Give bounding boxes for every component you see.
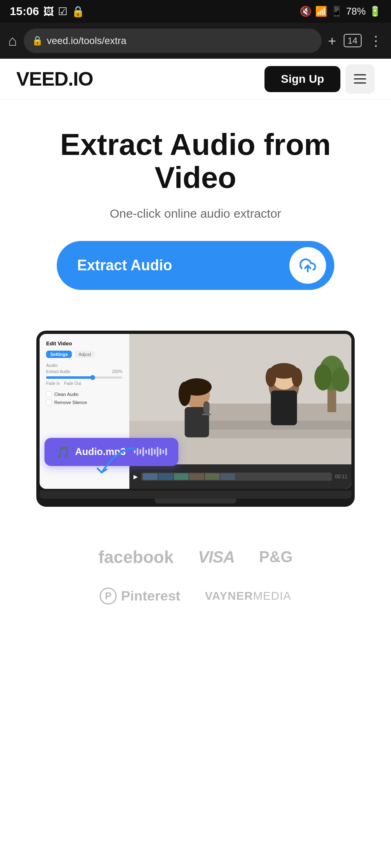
fade-out-label: Fade Out — [64, 381, 81, 386]
brands-row-2: P Pinterest VAYNERMEDIA — [16, 588, 375, 605]
remove-silence-checkbox[interactable] — [46, 400, 52, 405]
extract-audio-button[interactable]: Extract Audio — [57, 241, 334, 290]
audio-percent: 200% — [112, 369, 122, 374]
clean-audio-checkbox[interactable] — [46, 391, 52, 397]
status-left: 15:06 🖼 ☑ 🔒 — [10, 5, 84, 18]
wave-10 — [160, 448, 161, 455]
arrow-container — [93, 444, 142, 478]
url-text: veed.io/tools/extra — [47, 35, 127, 46]
hero-subtitle: One-click online audio extractor — [16, 207, 375, 221]
tl-thumb-3 — [174, 473, 189, 480]
wave-11 — [162, 450, 164, 454]
arrow-svg — [93, 444, 142, 477]
site-nav: VEED.IO Sign Up — [0, 59, 391, 99]
wifi-icon: 📶 — [315, 6, 327, 17]
demo-container: Edit Video Settings Adjust Audio Extract… — [36, 331, 355, 507]
brands-section: facebook VISA P&G P Pinterest VAYNERMEDI… — [0, 523, 391, 658]
signup-button[interactable]: Sign Up — [264, 66, 340, 92]
hero-title: Extract Audio from Video — [16, 128, 375, 194]
timeline-duration: 00:11 — [335, 474, 347, 479]
music-icon: 🎵 — [56, 445, 70, 459]
wave-7 — [151, 448, 153, 456]
wave-9 — [157, 447, 158, 457]
brand-pg: P&G — [259, 548, 293, 566]
mute-icon: 🔇 — [300, 6, 312, 17]
tl-thumb-2 — [158, 473, 173, 480]
settings-tab[interactable]: Settings — [46, 351, 72, 358]
home-button[interactable]: ⌂ — [8, 32, 17, 49]
tl-thumb-6 — [220, 473, 235, 480]
audio-bar — [46, 376, 122, 379]
tl-thumb-1 — [143, 473, 158, 480]
audio-label: Audio — [46, 363, 122, 368]
laptop-stand — [155, 499, 236, 504]
status-time: 15:06 — [10, 5, 39, 18]
signal-icon: 📱 — [331, 6, 343, 17]
more-options-button[interactable]: ⋮ — [369, 33, 383, 49]
menu-line-1 — [354, 74, 366, 75]
sidebar-edit-title: Edit Video — [46, 340, 122, 347]
audio-section: Audio Extract Audio 200% Fade In Fade Ou… — [46, 363, 122, 386]
svg-rect-15 — [203, 401, 209, 413]
brand-vaynermedia: VAYNERMEDIA — [205, 590, 291, 603]
timeline-bar: ▶ 00:11 — [129, 464, 351, 489]
status-right: 🔇 📶 📱 78% 🔋 — [300, 6, 381, 17]
svg-point-13 — [179, 382, 191, 406]
battery-icon: 🔋 — [369, 6, 381, 17]
url-lock-icon: 🔒 — [32, 35, 43, 46]
svg-rect-10 — [271, 390, 297, 425]
menu-line-2 — [354, 78, 366, 80]
audio-bar-thumb — [90, 375, 95, 380]
address-bar: ⌂ 🔒 veed.io/tools/extra + 14 ⋮ — [0, 23, 391, 59]
tl-thumb-4 — [189, 473, 204, 480]
status-bar: 15:06 🖼 ☑ 🔒 🔇 📶 📱 78% 🔋 — [0, 0, 391, 23]
menu-button[interactable] — [345, 64, 375, 94]
new-tab-button[interactable]: + — [328, 33, 336, 49]
brand-facebook: facebook — [98, 548, 173, 567]
address-actions: + 14 ⋮ — [328, 33, 383, 49]
svg-rect-16 — [202, 413, 211, 415]
clean-audio-label: Clean Audio — [54, 392, 78, 397]
adjust-tab[interactable]: Adjust — [74, 351, 95, 358]
clean-audio-item: Clean Audio — [46, 391, 122, 397]
timeline-thumbnails — [143, 473, 235, 480]
timeline-track[interactable] — [141, 473, 332, 481]
upload-icon — [300, 257, 316, 274]
lock-status-icon: 🔒 — [71, 5, 84, 18]
check-icon: ☑ — [58, 5, 67, 18]
remove-silence-item: Remove Silence — [46, 400, 122, 405]
svg-point-20 — [332, 367, 349, 392]
extract-btn-label: Extract Audio — [77, 257, 172, 274]
upload-circle — [289, 247, 326, 284]
url-field[interactable]: 🔒 veed.io/tools/extra — [24, 29, 322, 53]
photo-icon: 🖼 — [43, 5, 54, 18]
brand-visa: VISA — [198, 548, 234, 566]
wave-12 — [165, 448, 167, 455]
tab-count: 14 — [344, 34, 362, 47]
svg-point-8 — [266, 368, 276, 387]
hero-section: Extract Audio from Video One-click onlin… — [0, 99, 391, 306]
fade-in-label: Fade In — [46, 381, 60, 386]
pinterest-icon: P — [100, 588, 117, 605]
site-logo: VEED.IO — [16, 68, 93, 90]
tab-count-button[interactable]: 14 — [344, 35, 362, 46]
laptop-base — [40, 490, 351, 499]
nav-actions: Sign Up — [264, 64, 375, 94]
remove-silence-label: Remove Silence — [54, 400, 87, 405]
svg-point-9 — [292, 368, 302, 387]
audio-bar-fill — [46, 376, 92, 379]
wave-5 — [145, 450, 147, 454]
wave-4 — [142, 447, 144, 456]
extract-audio-option[interactable]: Extract Audio — [46, 369, 70, 374]
wave-8 — [154, 449, 156, 455]
svg-point-19 — [314, 364, 332, 390]
tl-thumb-5 — [205, 473, 220, 480]
brands-row-1: facebook VISA P&G — [16, 548, 375, 567]
battery-text: 78% — [346, 6, 366, 17]
laptop-frame: Edit Video Settings Adjust Audio Extract… — [36, 331, 355, 507]
wave-6 — [148, 448, 150, 455]
demo-area: Edit Video Settings Adjust Audio Extract… — [0, 306, 391, 523]
menu-line-3 — [354, 82, 366, 84]
brand-pinterest: P Pinterest — [100, 588, 180, 605]
